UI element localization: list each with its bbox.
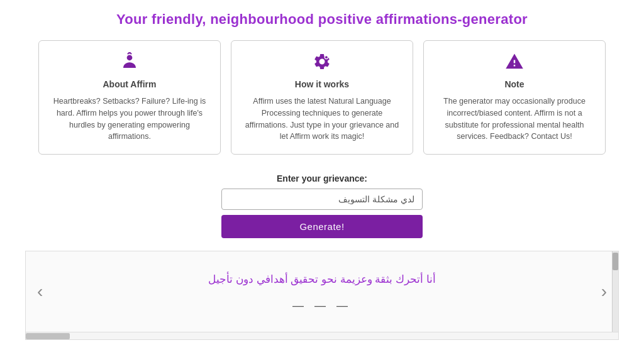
person-icon — [52, 52, 208, 75]
result-section: ‹ أنا أتحرك بثقة وعزيمة نحو تحقيق أهدافي… — [25, 251, 619, 332]
grievance-input[interactable] — [221, 189, 423, 210]
card-note-title: Note — [436, 79, 592, 89]
card-about-title: About Affirm — [52, 79, 208, 89]
prev-button[interactable]: ‹ — [26, 282, 54, 302]
card-how-it-works: How it works Affirm uses the latest Natu… — [231, 40, 413, 155]
card-how-it-works-body: Affirm uses the latest Natural Language … — [244, 96, 400, 143]
horizontal-scrollbar — [25, 332, 619, 340]
card-about: About Affirm Heartbreaks? Setbacks? Fail… — [38, 40, 221, 155]
card-how-it-works-title: How it works — [244, 79, 400, 89]
grievance-label: Enter your grievance: — [277, 173, 367, 183]
card-about-body: Heartbreaks? Setbacks? Failure? Life-ing… — [52, 96, 208, 143]
card-note: Note The generator may occasionally prod… — [423, 40, 606, 155]
scrollbar-y — [612, 251, 618, 332]
svg-point-2 — [325, 56, 328, 58]
generate-button[interactable]: Generate! — [221, 215, 423, 238]
grievance-section: Enter your grievance: Generate! — [0, 167, 644, 248]
result-dots: — — — — [60, 299, 583, 312]
card-note-body: The generator may occasionally produce i… — [436, 96, 592, 143]
result-content: أنا أتحرك بثقة وعزيمة نحو تحقيق أهدافي د… — [54, 258, 589, 325]
gear-icon — [244, 52, 400, 75]
horizontal-scrollbar-thumb — [26, 333, 70, 339]
tagline: Your friendly, neighbourhood positive af… — [0, 0, 644, 34]
warning-icon — [436, 52, 592, 75]
result-affirmation: أنا أتحرك بثقة وعزيمة نحو تحقيق أهدافي د… — [60, 271, 583, 288]
svg-point-0 — [127, 55, 133, 60]
scrollbar-thumb — [613, 253, 618, 270]
cards-row: About Affirm Heartbreaks? Setbacks? Fail… — [0, 34, 644, 167]
page-wrapper: Your friendly, neighbourhood positive af… — [0, 0, 644, 340]
